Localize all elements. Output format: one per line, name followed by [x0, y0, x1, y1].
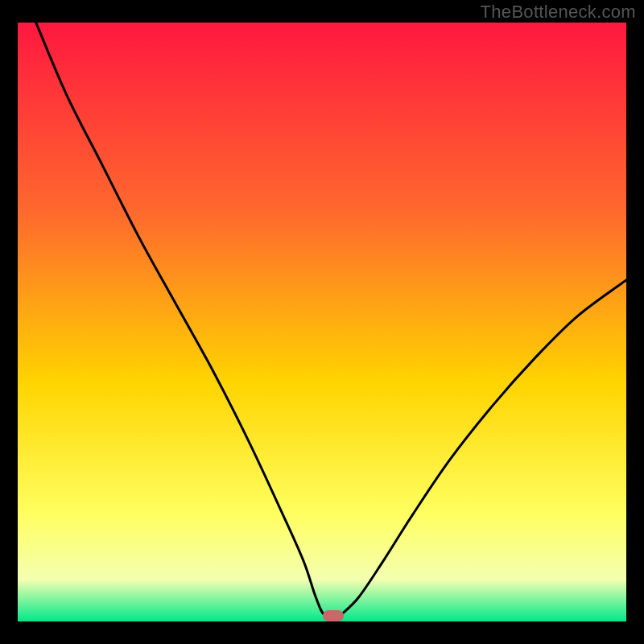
watermark-text: TheBottleneck.com	[481, 2, 636, 23]
bottleneck-marker	[323, 610, 344, 621]
plot-area	[18, 23, 626, 621]
chart-frame: TheBottleneck.com	[0, 0, 644, 644]
gradient-background	[18, 23, 626, 621]
plot-svg	[18, 23, 626, 621]
